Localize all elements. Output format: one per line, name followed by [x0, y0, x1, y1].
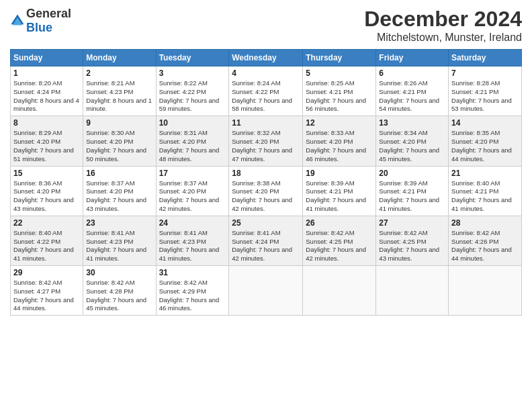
day-info: Sunrise: 8:37 AM Sunset: 4:20 PM Dayligh…: [86, 179, 152, 214]
sunset: Sunset: 4:23 PM: [86, 238, 133, 245]
daylight: Daylight: 7 hours and 41 minutes.: [379, 196, 439, 212]
day-info: Sunrise: 8:38 AM Sunset: 4:20 PM Dayligh…: [232, 179, 300, 214]
day-number: 15: [13, 169, 80, 178]
page-subtitle: Mitchelstown, Munster, Ireland: [364, 32, 522, 44]
daylight: Daylight: 7 hours and 44 minutes.: [451, 246, 512, 262]
day-info: Sunrise: 8:36 AM Sunset: 4:20 PM Dayligh…: [13, 179, 80, 214]
sunset: Sunset: 4:25 PM: [306, 238, 353, 245]
day-info: Sunrise: 8:20 AM Sunset: 4:24 PM Dayligh…: [13, 79, 80, 113]
day-number: 13: [379, 118, 445, 128]
calendar-cell: 2 Sunrise: 8:21 AM Sunset: 4:23 PM Dayli…: [83, 66, 156, 116]
sunset: Sunset: 4:20 PM: [306, 138, 353, 145]
calendar-cell: [376, 266, 449, 316]
day-info: Sunrise: 8:29 AM Sunset: 4:20 PM Dayligh…: [13, 129, 80, 163]
logo-icon: [10, 13, 25, 28]
day-number: 10: [159, 118, 226, 128]
calendar-header-row: SundayMondayTuesdayWednesdayThursdayFrid…: [11, 50, 522, 66]
col-header-wednesday: Wednesday: [229, 50, 303, 66]
sunrise: Sunrise: 8:22 AM: [159, 79, 208, 87]
sunrise: Sunrise: 8:40 AM: [451, 179, 500, 187]
day-info: Sunrise: 8:42 AM Sunset: 4:25 PM Dayligh…: [379, 229, 445, 263]
calendar-cell: 17 Sunrise: 8:37 AM Sunset: 4:20 PM Dayl…: [156, 166, 229, 216]
day-number: 16: [86, 169, 152, 178]
sunset: Sunset: 4:20 PM: [159, 187, 206, 195]
sunrise: Sunrise: 8:21 AM: [86, 79, 134, 87]
col-header-friday: Friday: [376, 50, 449, 66]
daylight: Daylight: 7 hours and 51 minutes.: [13, 146, 74, 163]
day-info: Sunrise: 8:39 AM Sunset: 4:21 PM Dayligh…: [306, 179, 373, 214]
day-info: Sunrise: 8:42 AM Sunset: 4:27 PM Dayligh…: [13, 279, 80, 313]
daylight: Daylight: 7 hours and 43 minutes.: [86, 196, 146, 212]
day-number: 12: [306, 118, 373, 128]
sunrise: Sunrise: 8:35 AM: [451, 129, 500, 136]
calendar-cell: 8 Sunrise: 8:29 AM Sunset: 4:20 PM Dayli…: [11, 116, 83, 166]
day-number: 17: [159, 169, 226, 178]
header: General Blue December 2024 Mitchelstown,…: [10, 7, 522, 44]
day-info: Sunrise: 8:42 AM Sunset: 4:26 PM Dayligh…: [451, 229, 519, 263]
sunset: Sunset: 4:20 PM: [13, 187, 60, 195]
sunrise: Sunrise: 8:36 AM: [13, 179, 62, 187]
day-number: 9: [86, 118, 152, 128]
sunset: Sunset: 4:21 PM: [379, 187, 426, 195]
sunset: Sunset: 4:25 PM: [379, 238, 426, 245]
sunset: Sunset: 4:22 PM: [232, 88, 279, 95]
day-number: 31: [159, 268, 226, 277]
sunset: Sunset: 4:21 PM: [306, 187, 353, 195]
day-number: 21: [451, 169, 519, 178]
daylight: Daylight: 7 hours and 46 minutes.: [306, 146, 366, 163]
day-info: Sunrise: 8:34 AM Sunset: 4:20 PM Dayligh…: [379, 129, 445, 163]
day-info: Sunrise: 8:42 AM Sunset: 4:25 PM Dayligh…: [306, 229, 373, 263]
day-info: Sunrise: 8:31 AM Sunset: 4:20 PM Dayligh…: [159, 129, 226, 163]
day-info: Sunrise: 8:35 AM Sunset: 4:20 PM Dayligh…: [451, 129, 519, 163]
daylight: Daylight: 7 hours and 45 minutes.: [86, 296, 146, 312]
calendar-cell: 30 Sunrise: 8:42 AM Sunset: 4:28 PM Dayl…: [83, 266, 156, 316]
day-number: 29: [13, 268, 80, 277]
day-info: Sunrise: 8:25 AM Sunset: 4:21 PM Dayligh…: [306, 79, 373, 113]
sunset: Sunset: 4:20 PM: [232, 187, 279, 195]
sunrise: Sunrise: 8:41 AM: [86, 229, 134, 236]
calendar-cell: 27 Sunrise: 8:42 AM Sunset: 4:25 PM Dayl…: [376, 216, 449, 265]
daylight: Daylight: 7 hours and 42 minutes.: [159, 196, 220, 212]
sunset: Sunset: 4:21 PM: [306, 88, 353, 95]
calendar-week-3: 15 Sunrise: 8:36 AM Sunset: 4:20 PM Dayl…: [11, 166, 522, 216]
calendar-cell: 28 Sunrise: 8:42 AM Sunset: 4:26 PM Dayl…: [449, 216, 522, 265]
daylight: Daylight: 7 hours and 53 minutes.: [451, 97, 512, 113]
sunrise: Sunrise: 8:30 AM: [86, 129, 134, 136]
sunrise: Sunrise: 8:37 AM: [86, 179, 134, 187]
daylight: Daylight: 7 hours and 41 minutes.: [451, 196, 512, 212]
day-number: 2: [86, 68, 152, 78]
day-info: Sunrise: 8:41 AM Sunset: 4:24 PM Dayligh…: [232, 229, 300, 263]
sunrise: Sunrise: 8:41 AM: [232, 229, 280, 236]
sunset: Sunset: 4:22 PM: [159, 88, 206, 95]
daylight: Daylight: 7 hours and 41 minutes.: [159, 246, 220, 262]
day-number: 6: [379, 68, 445, 78]
day-info: Sunrise: 8:40 AM Sunset: 4:21 PM Dayligh…: [451, 179, 519, 214]
sunrise: Sunrise: 8:42 AM: [379, 229, 427, 236]
day-number: 4: [232, 68, 300, 78]
daylight: Daylight: 7 hours and 42 minutes.: [232, 196, 292, 212]
sunset: Sunset: 4:21 PM: [379, 88, 426, 95]
day-info: Sunrise: 8:30 AM Sunset: 4:20 PM Dayligh…: [86, 129, 152, 163]
day-info: Sunrise: 8:28 AM Sunset: 4:21 PM Dayligh…: [451, 79, 519, 113]
day-info: Sunrise: 8:24 AM Sunset: 4:22 PM Dayligh…: [232, 79, 300, 113]
day-number: 14: [451, 118, 519, 128]
daylight: Daylight: 7 hours and 43 minutes.: [13, 196, 74, 212]
sunset: Sunset: 4:21 PM: [451, 88, 498, 95]
calendar-cell: 25 Sunrise: 8:41 AM Sunset: 4:24 PM Dayl…: [229, 216, 303, 265]
calendar-cell: [303, 266, 376, 316]
day-number: 18: [232, 169, 300, 178]
sunrise: Sunrise: 8:32 AM: [232, 129, 280, 136]
calendar-cell: 7 Sunrise: 8:28 AM Sunset: 4:21 PM Dayli…: [449, 66, 522, 116]
day-number: 11: [232, 118, 300, 128]
sunset: Sunset: 4:26 PM: [451, 238, 498, 245]
daylight: Daylight: 7 hours and 41 minutes.: [306, 196, 366, 212]
sunrise: Sunrise: 8:42 AM: [306, 229, 354, 236]
sunrise: Sunrise: 8:42 AM: [86, 279, 134, 286]
day-info: Sunrise: 8:26 AM Sunset: 4:21 PM Dayligh…: [379, 79, 445, 113]
calendar-week-2: 8 Sunrise: 8:29 AM Sunset: 4:20 PM Dayli…: [11, 116, 522, 166]
daylight: Daylight: 8 hours and 4 minutes.: [13, 97, 79, 113]
sunrise: Sunrise: 8:25 AM: [306, 79, 354, 87]
day-number: 20: [379, 169, 445, 178]
day-info: Sunrise: 8:32 AM Sunset: 4:20 PM Dayligh…: [232, 129, 300, 163]
page: General Blue December 2024 Mitchelstown,…: [0, 0, 532, 411]
